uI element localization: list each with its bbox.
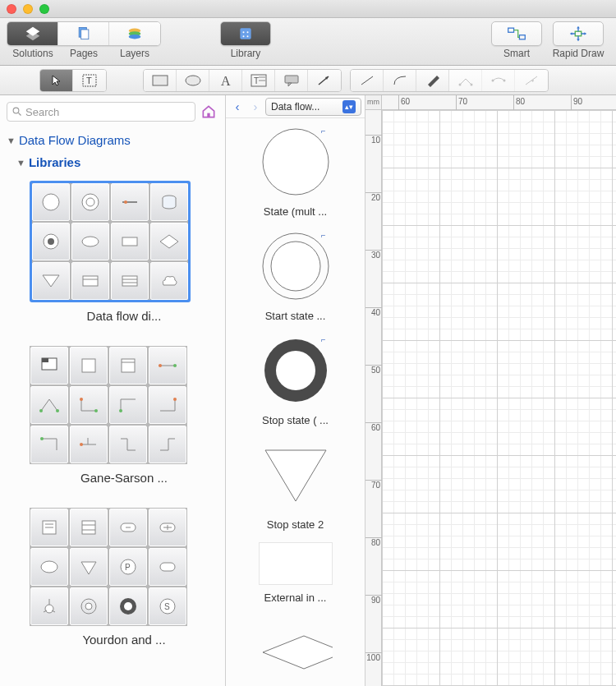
ruler-tick: 50 [365, 365, 382, 375]
svg-marker-80 [81, 562, 96, 574]
minimize-window-button[interactable] [23, 4, 33, 14]
ellipse-tool[interactable] [177, 70, 209, 91]
close-window-button[interactable] [7, 4, 16, 14]
svg-point-8 [243, 31, 245, 33]
connector1-tool[interactable] [449, 70, 482, 91]
smart-label: Smart [491, 48, 542, 59]
library-button[interactable] [220, 21, 271, 46]
svg-text:A: A [221, 74, 231, 87]
shape-item[interactable]: ⌐ Start state ... [226, 229, 365, 322]
ruler-tick: 100 [365, 652, 382, 662]
svg-point-35 [43, 194, 59, 210]
textbox-tool[interactable]: T [242, 70, 275, 91]
library-thumbnail [30, 346, 187, 464]
svg-rect-34 [207, 113, 209, 117]
svg-marker-1 [25, 31, 39, 40]
smart-group: Smart [491, 21, 542, 59]
library-label: Gane-Sarson ... [30, 471, 218, 485]
connector2-tool[interactable] [482, 70, 515, 91]
shape-item[interactable]: ⌐ State (mult ... [226, 125, 365, 218]
svg-point-10 [243, 35, 245, 37]
svg-rect-49 [122, 276, 137, 286]
layers-button[interactable] [109, 22, 160, 45]
line-tool[interactable] [351, 70, 384, 91]
library-selector-label: Data flow... [271, 101, 319, 113]
svg-point-66 [40, 437, 44, 440]
connector3-tool[interactable] [515, 70, 548, 91]
svg-line-26 [361, 76, 373, 85]
svg-text:T: T [86, 76, 92, 85]
svg-rect-83 [160, 563, 175, 571]
curve-tool[interactable] [384, 70, 416, 91]
rapid-draw-button[interactable] [553, 21, 604, 46]
svg-rect-7 [240, 28, 251, 39]
svg-point-27 [458, 83, 461, 85]
smart-button[interactable] [491, 21, 542, 46]
svg-rect-3 [80, 30, 88, 39]
svg-point-89 [85, 603, 92, 610]
shape-item[interactable]: ⌐ Stop state ( ... [226, 334, 365, 426]
library-item[interactable]: Gane-Sarson ... [30, 346, 218, 485]
text-select-tool[interactable]: T [73, 70, 106, 91]
ruler-tick: 80 [365, 537, 382, 547]
tree-root[interactable]: ▼ Data Flow Diagrams [7, 133, 218, 147]
layers-label: Layers [109, 48, 160, 59]
zoom-window-button[interactable] [39, 4, 49, 14]
drawing-canvas[interactable]: mm 60 70 80 90 10 20 30 40 50 60 70 80 9… [365, 95, 616, 686]
solutions-label: Solutions [7, 48, 58, 59]
svg-rect-47 [83, 276, 98, 286]
view-segment: Solutions Pages Layers [7, 21, 161, 59]
library-selector[interactable]: Data flow... ▴▾ [265, 98, 361, 116]
svg-point-64 [119, 409, 122, 412]
tree-libraries-label: Libraries [29, 155, 80, 169]
library-label: Library [220, 48, 271, 59]
forward-button[interactable]: › [247, 99, 264, 115]
disclosure-icon: ▼ [16, 158, 25, 168]
callout-tool[interactable] [275, 70, 308, 91]
shape-library-header: ‹ › Data flow... ▴▾ [226, 95, 365, 118]
ruler-tick: 70 [365, 480, 382, 490]
pointer-tool[interactable] [40, 70, 73, 91]
svg-line-33 [19, 113, 21, 116]
horizontal-ruler: mm 60 70 80 90 [382, 95, 616, 110]
svg-rect-13 [519, 35, 525, 39]
main-toolbar: Solutions Pages Layers Library Smart Rap… [0, 18, 616, 66]
shape-item[interactable]: External in ... [226, 542, 365, 604]
text-tool[interactable]: A [209, 70, 242, 91]
solutions-tree: ▼ Data Flow Diagrams ▼ Libraries [0, 128, 225, 670]
svg-rect-54 [82, 359, 95, 372]
shape-label: Stop state 2 [267, 518, 324, 531]
shape-item[interactable] [226, 615, 365, 686]
shape-label: Start state ... [265, 310, 326, 322]
arrow-tool[interactable] [308, 70, 341, 91]
svg-rect-14 [575, 31, 581, 36]
tree-root-label: Data Flow Diagrams [19, 133, 131, 147]
rapid-group: Rapid Draw [547, 21, 609, 59]
ruler-tick: 40 [365, 307, 382, 317]
svg-rect-55 [122, 359, 135, 372]
vertical-ruler: 10 20 30 40 50 60 70 80 90 100 110 [365, 110, 382, 686]
library-item[interactable]: Data flow di... [30, 181, 218, 323]
pages-button[interactable] [58, 22, 109, 45]
search-input[interactable]: Search [7, 102, 195, 122]
svg-point-67 [80, 443, 83, 446]
shape-item[interactable]: Stop state 2 [226, 438, 365, 531]
library-item[interactable]: P S Yourdon and ... [30, 508, 218, 647]
svg-point-79 [41, 561, 57, 573]
ruler-tick: 90 [365, 595, 382, 605]
tree-libraries[interactable]: ▼ Libraries [16, 155, 218, 169]
home-icon[interactable] [200, 104, 218, 120]
window-titlebar [0, 0, 616, 18]
expand-icon: ⌐ [321, 335, 326, 344]
pen-tool[interactable] [416, 70, 449, 91]
library-thumbnail: P S [30, 508, 187, 626]
solutions-button[interactable] [7, 22, 58, 45]
svg-marker-100 [263, 636, 333, 669]
svg-rect-17 [153, 76, 168, 85]
svg-point-36 [82, 194, 99, 210]
svg-point-29 [491, 79, 494, 81]
rapid-label: Rapid Draw [547, 48, 609, 59]
back-button[interactable]: ‹ [229, 99, 246, 115]
expand-icon: ⌐ [321, 231, 326, 240]
rect-tool[interactable] [144, 70, 177, 91]
